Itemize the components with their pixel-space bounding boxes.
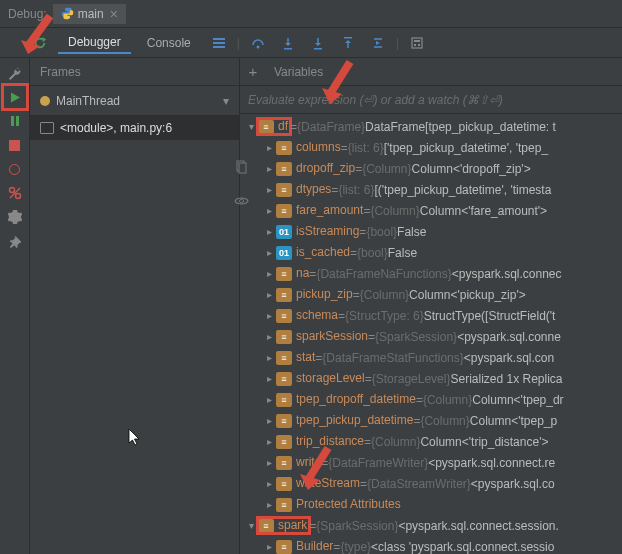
variable-row[interactable]: ▸≡pickup_zip = {Column} Column<'pickup_z… (240, 284, 622, 305)
pin-icon[interactable] (6, 232, 24, 250)
settings-icon[interactable] (6, 208, 24, 226)
chevron-right-icon[interactable]: ▸ (262, 478, 276, 489)
chevron-right-icon[interactable]: ▸ (262, 541, 276, 552)
variable-row[interactable]: ▸01isStreaming = {bool} False (240, 221, 622, 242)
frames-pane: Frames MainThread ▾ <module>, main.py:6 (30, 58, 240, 554)
resume-button[interactable] (6, 88, 24, 106)
chevron-right-icon[interactable]: ▸ (262, 184, 276, 195)
variable-row[interactable]: ▸≡tpep_dropoff_datetime = {Column} Colum… (240, 389, 622, 410)
tab-debugger[interactable]: Debugger (58, 32, 131, 54)
view-breakpoints-icon[interactable] (6, 160, 24, 178)
chevron-right-icon[interactable]: ▸ (262, 499, 276, 510)
svg-rect-4 (284, 48, 292, 50)
frame-label: <module>, main.py:6 (60, 121, 172, 135)
svg-rect-10 (418, 44, 420, 46)
field-var-icon: ≡ (276, 414, 292, 428)
field-var-icon: ≡ (276, 204, 292, 218)
thread-selector[interactable]: MainThread ▾ (30, 86, 239, 116)
add-watch-icon[interactable]: + (240, 63, 266, 80)
chevron-down-icon[interactable]: ▾ (223, 94, 229, 108)
watch-icon[interactable] (234, 195, 249, 210)
mute-breakpoints-icon[interactable] (6, 184, 24, 202)
chevron-right-icon[interactable]: ▸ (262, 394, 276, 405)
stop-button[interactable] (6, 136, 24, 154)
thread-name: MainThread (56, 94, 120, 108)
list-var-icon: ≡ (276, 141, 292, 155)
field-var-icon: ≡ (276, 477, 292, 491)
step-into-icon[interactable] (276, 31, 300, 55)
variable-row[interactable]: ▸≡write = {DataFrameWriter} <pyspark.sql… (240, 452, 622, 473)
chevron-down-icon[interactable]: ▾ (244, 121, 258, 132)
run-to-cursor-icon[interactable] (366, 31, 390, 55)
variable-row[interactable]: ▸≡dtypes = {list: 6} [('tpep_pickup_date… (240, 179, 622, 200)
field-var-icon: ≡ (258, 120, 274, 134)
field-var-icon: ≡ (276, 540, 292, 554)
svg-rect-2 (213, 46, 225, 48)
variable-row[interactable]: ▸≡storageLevel = {StorageLevel} Serializ… (240, 368, 622, 389)
step-out-icon[interactable] (336, 31, 360, 55)
variable-row[interactable]: ▸≡dropoff_zip = {Column} Column<'dropoff… (240, 158, 622, 179)
file-tab-main[interactable]: main × (53, 4, 126, 24)
bool-var-icon: 01 (276, 246, 292, 260)
chevron-right-icon[interactable]: ▸ (262, 226, 276, 237)
wrench-icon[interactable] (6, 64, 24, 82)
step-into-my-icon[interactable] (306, 31, 330, 55)
svg-rect-9 (414, 44, 416, 46)
field-var-icon: ≡ (276, 267, 292, 281)
titlebar-label: Debug: (8, 7, 47, 21)
list-var-icon: ≡ (276, 183, 292, 197)
variable-row[interactable]: ▾≡spark = {SparkSession} <pyspark.sql.co… (240, 515, 622, 536)
variable-row[interactable]: ▸≡stat = {DataFrameStatFunctions} <pyspa… (240, 347, 622, 368)
left-action-gutter (0, 58, 30, 554)
variable-row[interactable]: ▸≡Protected Attributes (240, 494, 622, 515)
variable-row[interactable]: ▸≡tpep_pickup_datetime = {Column} Column… (240, 410, 622, 431)
field-var-icon: ≡ (258, 519, 274, 533)
rerun-icon[interactable] (28, 31, 52, 55)
chevron-down-icon[interactable]: ▾ (244, 520, 258, 531)
debug-toolbar: Debugger Console | | (0, 28, 622, 58)
variable-row[interactable]: ▸01is_cached = {bool} False (240, 242, 622, 263)
thread-status-dot (40, 96, 50, 106)
chevron-right-icon[interactable]: ▸ (262, 163, 276, 174)
step-over-icon[interactable] (246, 31, 270, 55)
variable-tree[interactable]: ▾≡df = {DataFrame} DataFrame[tpep_pickup… (240, 114, 622, 554)
field-var-icon: ≡ (276, 162, 292, 176)
chevron-right-icon[interactable]: ▸ (262, 289, 276, 300)
svg-point-14 (15, 194, 20, 199)
evaluate-icon[interactable] (405, 31, 429, 55)
variable-row[interactable]: ▸≡sparkSession = {SparkSession} <pyspark… (240, 326, 622, 347)
chevron-right-icon[interactable]: ▸ (262, 268, 276, 279)
tab-console[interactable]: Console (137, 33, 201, 53)
chevron-right-icon[interactable]: ▸ (262, 415, 276, 426)
variable-row[interactable]: ▾≡df = {DataFrame} DataFrame[tpep_pickup… (240, 116, 622, 137)
variable-row[interactable]: ▸≡Builder = {type} <class 'pyspark.sql.c… (240, 536, 622, 554)
chevron-right-icon[interactable]: ▸ (262, 310, 276, 321)
pause-button[interactable] (6, 112, 24, 130)
chevron-right-icon[interactable]: ▸ (262, 142, 276, 153)
field-var-icon: ≡ (276, 288, 292, 302)
threads-icon[interactable] (207, 31, 231, 55)
variable-row[interactable]: ▸≡fare_amount = {Column} Column<'fare_am… (240, 200, 622, 221)
chevron-right-icon[interactable]: ▸ (262, 205, 276, 216)
variable-row[interactable]: ▸≡trip_distance = {Column} Column<'trip_… (240, 431, 622, 452)
svg-point-13 (9, 188, 14, 193)
svg-rect-6 (344, 37, 352, 39)
evaluate-expression-input[interactable]: Evaluate expression (⏎) or add a watch (… (240, 86, 622, 114)
svg-rect-12 (16, 116, 19, 126)
file-tab-label: main (78, 7, 104, 21)
chevron-right-icon[interactable]: ▸ (262, 457, 276, 468)
variable-row[interactable]: ▸≡writeStream = {DataStreamWriter} <pysp… (240, 473, 622, 494)
stack-frame-item[interactable]: <module>, main.py:6 (30, 116, 239, 140)
chevron-right-icon[interactable]: ▸ (262, 247, 276, 258)
copy-icon[interactable] (234, 160, 249, 177)
chevron-right-icon[interactable]: ▸ (262, 331, 276, 342)
field-var-icon: ≡ (276, 309, 292, 323)
chevron-right-icon[interactable]: ▸ (262, 352, 276, 363)
chevron-right-icon[interactable]: ▸ (262, 436, 276, 447)
variables-pane: + Variables Evaluate expression (⏎) or a… (240, 58, 622, 554)
close-icon[interactable]: × (110, 7, 118, 21)
variable-row[interactable]: ▸≡columns = {list: 6} ['tpep_pickup_date… (240, 137, 622, 158)
chevron-right-icon[interactable]: ▸ (262, 373, 276, 384)
variable-row[interactable]: ▸≡na = {DataFrameNaFunctions} <pyspark.s… (240, 263, 622, 284)
variable-row[interactable]: ▸≡schema = {StructType: 6} StructType([S… (240, 305, 622, 326)
